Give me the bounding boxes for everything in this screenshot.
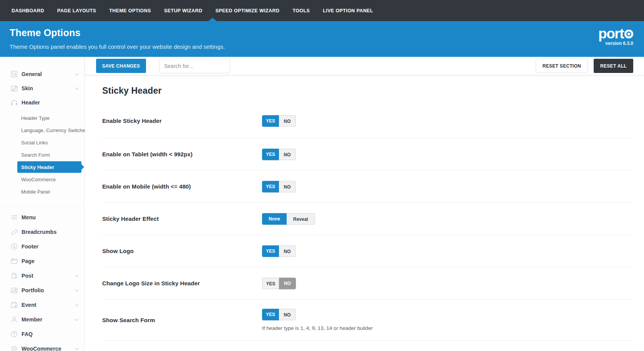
nav-item-dashboard[interactable]: DASHBOARD [12,8,44,13]
option-label: Sticky Header Effect [102,215,262,222]
sliders-icon [10,70,18,78]
sidebar-item-header[interactable]: Header [0,95,85,109]
sidebar-item-label: FAQ [22,331,33,337]
sidebar-item-skin[interactable]: Skin [0,81,85,95]
sidebar-item-label: Event [22,302,37,308]
sidebar-item-general[interactable]: General [0,67,85,81]
sidebar-subitem-woocommerce[interactable]: WooCommerce [0,173,85,185]
top-nav: DASHBOARDPAGE LAYOUTSTHEME OPTIONSSETUP … [0,0,644,21]
arrow-down-circle-icon [10,243,18,250]
sidebar: GeneralSkinHeaderHeader TypeLanguage, Cu… [0,57,85,351]
option-note: If header type is 1, 4, 9, 13, 14 or hea… [262,325,373,331]
options-list: Enable Sticky HeaderYESNOEnable on Table… [102,104,633,351]
sidebar-item-faq[interactable]: FAQ [0,327,85,341]
sidebar-item-label: WooCommerce [22,346,61,351]
user-icon [10,316,18,323]
sidebar-item-post[interactable]: Post [0,268,85,283]
search-input[interactable] [159,59,230,73]
link-icon [10,228,18,236]
yes-no-toggle: YESNO [262,149,296,160]
yes-no-toggle: YESNO [262,309,373,320]
option-row-show-search-form: Show Search FormYESNOIf header type is 1… [102,300,633,341]
sidebar-subitem-mobile-panel[interactable]: Mobile Panel [0,185,85,198]
sidebar-item-label: General [22,71,42,77]
toggle-no-button[interactable]: NO [279,149,296,160]
chevron-down-icon [75,273,79,277]
image-icon [10,286,18,294]
chevron-down-icon [75,86,79,89]
sidebar-item-page[interactable]: Page [0,254,85,268]
gear-icon [10,345,18,351]
option-label: Show Logo [102,248,262,254]
headphones-icon [10,99,18,106]
toggle-no-button[interactable]: NO [279,181,296,192]
option-label: Change Logo Size in Sticky Header [102,280,262,286]
toggle-no-button[interactable]: NO [279,278,296,289]
option-row-enable-on-mobile-width-480: Enable on Mobile (width <= 480)YESNO [102,171,633,203]
nav-item-tools[interactable]: TOOLS [292,8,310,13]
toggle-yes-button[interactable]: YES [262,149,279,160]
nav-item-theme-options[interactable]: THEME OPTIONS [109,8,151,13]
sidebar-subitem-language-currency-switcher[interactable]: Language, Currency Switcher [0,124,85,136]
nav-item-page-layouts[interactable]: PAGE LAYOUTS [57,8,96,13]
porto-logo: port version 6.3.0 [598,28,633,46]
selected-item-highlight: Sticky Header [17,161,81,173]
toggle-no-button[interactable]: NO [279,115,296,127]
toggle-option-none[interactable]: None [262,213,287,225]
nav-item-setup-wizard[interactable]: SETUP WIZARD [164,8,202,13]
reset-section-button[interactable]: RESET SECTION [536,59,588,73]
toggle-yes-button[interactable]: YES [262,245,279,257]
sidebar-item-label: Menu [22,214,36,220]
sidebar-subitem-sticky-header[interactable]: Sticky Header [0,161,85,173]
toggle-no-button[interactable]: NO [279,245,296,257]
toggle-yes-button[interactable]: YES [262,115,279,127]
sidebar-item-event[interactable]: Event [0,298,85,312]
sidebar-subitem-social-links[interactable]: Social Links [0,136,85,149]
version-label: version 6.3.0 [598,41,633,46]
chevron-down-icon [75,303,79,306]
option-row-sticky-header-effect: Sticky Header EffectNoneReveal [102,203,633,235]
page-subtitle: Theme Options panel enables you full con… [10,43,225,50]
toggle-yes-button[interactable]: YES [262,309,279,320]
option-label: Show Search Form [102,317,262,323]
nav-item-live-option-panel[interactable]: LIVE OPTION PANEL [323,8,373,13]
sidebar-item-breadcrumbs[interactable]: Breadcrumbs [0,225,85,239]
active-tab-pointer-icon [208,18,217,21]
yes-no-toggle: YESNO [262,245,296,257]
option-row-change-logo-size-in-sticky-header: Change Logo Size in Sticky HeaderYESNO [102,267,633,300]
toolbar: SAVE CHANGES RESET SECTION RESET ALL [85,57,644,75]
toggle-option-reveal[interactable]: Reveal [287,213,315,225]
main-content: Sticky Header Enable Sticky HeaderYESNOE… [85,75,644,351]
toggle-yes-button[interactable]: YES [262,278,279,289]
nav-item-speed-optimize-wizard[interactable]: SPEED OPTIMIZE WIZARD [216,8,280,13]
menu-icon [10,214,18,221]
option-label: Enable Sticky Header [102,118,262,124]
sidebar-item-menu[interactable]: Menu [0,210,85,225]
sidebar-item-label: Footer [22,243,38,250]
sidebar-item-label: Post [22,273,33,279]
sidebar-item-label: Portfolio [22,287,44,293]
theme-options-panel: DASHBOARDPAGE LAYOUTSTHEME OPTIONSSETUP … [0,0,644,351]
sidebar-subitem-header-type[interactable]: Header Type [0,112,85,124]
chevron-down-icon [75,71,79,75]
chevron-down-icon [75,346,79,350]
browser-icon [10,257,18,265]
option-label: Enable on Mobile (width <= 480) [102,183,262,190]
option-label: Enable on Tablet (width < 992px) [102,151,262,157]
post-icon [10,272,18,280]
sidebar-item-member[interactable]: Member [0,312,85,327]
toggle-no-button[interactable]: NO [279,309,296,320]
toggle-yes-button[interactable]: YES [262,181,279,192]
yes-no-toggle: YESNO [262,181,296,192]
reset-all-button[interactable]: RESET ALL [594,59,633,73]
sidebar-item-label: Breadcrumbs [22,229,56,235]
sidebar-item-woocommerce[interactable]: WooCommerce [0,341,85,351]
sidebar-item-portfolio[interactable]: Portfolio [0,283,85,298]
sidebar-item-label: Page [22,258,35,264]
yes-no-toggle: YESNO [262,278,296,289]
sidebar-item-footer[interactable]: Footer [0,239,85,254]
save-changes-button[interactable]: SAVE CHANGES [96,59,146,73]
sidebar-subitem-search-form[interactable]: Search Form [0,149,85,161]
question-icon [10,330,18,338]
calendar-icon [10,301,18,309]
